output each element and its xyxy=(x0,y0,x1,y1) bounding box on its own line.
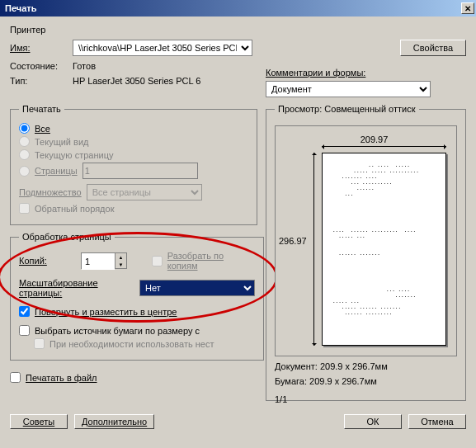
dim-arrow-h-icon xyxy=(322,146,446,147)
spinner-up-icon[interactable]: ▲ xyxy=(115,253,126,261)
radio-current-page xyxy=(19,149,30,160)
printer-select[interactable]: \\richkova\HP LaserJet 3050 Series PCL 6 xyxy=(73,40,252,56)
range-legend: Печатать xyxy=(19,104,64,114)
title-bar: Печать ✕ xyxy=(0,0,476,17)
radio-pages-label: Страницы xyxy=(35,166,78,176)
type-label: Тип: xyxy=(10,76,68,86)
status-value: Готов xyxy=(73,61,96,71)
page-counter: 1/1 xyxy=(275,394,287,404)
preview-content-icon: .. .... ..... ..... ..... .......... ...… xyxy=(332,162,436,315)
paper-size-value: 209.9 x 296.7мм xyxy=(309,376,377,386)
properties-button[interactable]: Свойства xyxy=(400,40,466,56)
preview-page: .. .... ..... ..... ..... .......... ...… xyxy=(322,153,446,346)
subset-select: Все страницы xyxy=(87,184,202,200)
preview-width: 209.97 xyxy=(300,134,448,144)
paper-size-label: Бумага: xyxy=(275,376,307,386)
scale-label: Масштабирование страницы: xyxy=(19,278,134,298)
dim-arrow-v-icon xyxy=(313,153,314,346)
collate-checkbox xyxy=(152,256,163,266)
status-label: Состояние: xyxy=(10,61,68,71)
close-button[interactable]: ✕ xyxy=(461,2,474,14)
reverse-checkbox xyxy=(19,203,30,214)
scale-select[interactable]: Нет xyxy=(139,280,255,296)
radio-current-page-label: Текущую страницу xyxy=(35,150,113,160)
printer-section-label: Принтер xyxy=(10,25,68,35)
window-title: Печать xyxy=(5,3,36,13)
ok-button[interactable]: ОК xyxy=(344,414,402,429)
doc-size-label: Документ: xyxy=(275,361,318,371)
radio-all[interactable] xyxy=(19,123,30,134)
tips-button[interactable]: Советы xyxy=(10,414,68,429)
preview-legend: Просмотр: Совмещенный оттиск xyxy=(275,104,419,114)
doc-size-value: 209.9 x 296.7мм xyxy=(320,361,388,371)
preview-group: Просмотр: Совмещенный оттиск 209.97 296.… xyxy=(266,104,466,401)
print-to-file-label: Печатать в файл xyxy=(26,373,97,383)
handling-legend: Обработка страницы xyxy=(19,232,115,242)
cancel-button[interactable]: Отмена xyxy=(408,414,466,429)
comments-label: Комментарии и формы: xyxy=(266,68,365,78)
print-to-file-checkbox[interactable] xyxy=(10,372,21,383)
radio-all-label: Все xyxy=(35,124,50,134)
source-checkbox[interactable] xyxy=(19,325,30,336)
copies-spinner[interactable]: ▲ ▼ xyxy=(81,252,127,269)
close-icon: ✕ xyxy=(464,4,471,13)
custom-checkbox xyxy=(34,338,45,349)
type-value: HP LaserJet 3050 Series PCL 6 xyxy=(73,76,200,86)
preview-height: 296.97 xyxy=(279,236,307,246)
page-handling-group: Обработка страницы Копий: ▲ ▼ Разобрать … xyxy=(10,232,264,361)
printer-name-label: Имя: xyxy=(10,43,68,53)
advanced-button[interactable]: Дополнительно xyxy=(74,414,154,429)
rotate-checkbox[interactable] xyxy=(19,306,30,317)
rotate-label: Повернуть и разместить в центре xyxy=(35,307,177,317)
spinner-down-icon[interactable]: ▼ xyxy=(115,261,126,268)
collate-label: Разобрать по копиям xyxy=(167,251,255,271)
print-range-group: Печатать Все Текущий вид Текущую страниц… xyxy=(10,104,257,225)
reverse-label: Обратный порядок xyxy=(35,204,114,214)
radio-current-view-label: Текущий вид xyxy=(35,137,88,147)
comments-select[interactable]: Документ xyxy=(266,81,431,97)
subset-label: Подмножество xyxy=(19,187,82,197)
pages-input xyxy=(82,163,198,179)
copies-input[interactable] xyxy=(82,253,115,270)
radio-pages xyxy=(19,166,30,177)
copies-label: Копий: xyxy=(19,256,76,266)
radio-current-view xyxy=(19,136,30,147)
custom-label: При необходимости использовать нест xyxy=(49,339,214,349)
preview-box: 209.97 296.97 .. .... ..... ..... ..... … xyxy=(275,125,457,356)
source-label: Выбрать источник бумаги по размеру с xyxy=(35,326,200,336)
